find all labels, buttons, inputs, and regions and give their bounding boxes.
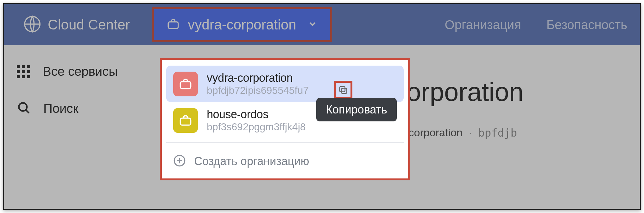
separator-dot: · [469,126,472,139]
create-org-label: Создать организацию [194,155,309,168]
dropdown-org-name: vydra-corporation [207,71,309,85]
nav-organization[interactable]: Организация [445,18,521,32]
briefcase-icon [173,108,198,133]
copy-tooltip: Копировать [316,98,397,121]
svg-rect-5 [340,87,345,92]
plus-circle-icon [173,154,186,168]
copy-id-button[interactable] [334,81,352,99]
svg-rect-3 [180,81,191,88]
dropdown-org-id: bpfdjb72ipis695545fu7 [207,85,309,96]
dropdown-org-name: house-ordos [207,108,306,121]
svg-rect-4 [341,88,347,94]
briefcase-icon [173,72,198,96]
search-icon [17,101,31,116]
copy-icon [338,85,349,95]
nav-security[interactable]: Безопасность [546,18,627,32]
create-organization-button[interactable]: Создать организацию [166,145,404,177]
dropdown-item-vydra[interactable]: vydra-corporation bpfdjb72ipis695545fu7 [166,66,404,102]
organization-selector-button[interactable]: vydra-corporation [152,7,332,42]
brand-name: Cloud Center [48,17,130,33]
cloud-center-logo-icon [23,15,41,35]
brand-logo[interactable]: Cloud Center [23,15,130,35]
apps-grid-icon [17,65,30,78]
app-header: Cloud Center vydra-corporation Организац… [4,4,640,45]
chevron-down-icon [307,19,318,30]
sidebar-item-label: Все сервисы [43,64,118,79]
meta-org-id: bpfdjb [478,126,517,139]
svg-rect-6 [180,118,191,125]
header-nav: Организация Безопасность [445,18,627,32]
sidebar: Все сервисы Поиск [4,45,156,209]
selected-org-name: vydra-corporation [188,17,296,33]
dropdown-org-id: bpf3s692pggm3ffjk4j8 [207,121,306,133]
briefcase-icon [167,17,180,32]
sidebar-item-label: Поиск [43,101,79,116]
svg-point-2 [19,103,27,111]
svg-rect-1 [168,22,179,29]
dropdown-divider [166,142,404,143]
sidebar-item-all-services[interactable]: Все сервисы [17,64,143,79]
sidebar-item-search[interactable]: Поиск [17,101,143,116]
